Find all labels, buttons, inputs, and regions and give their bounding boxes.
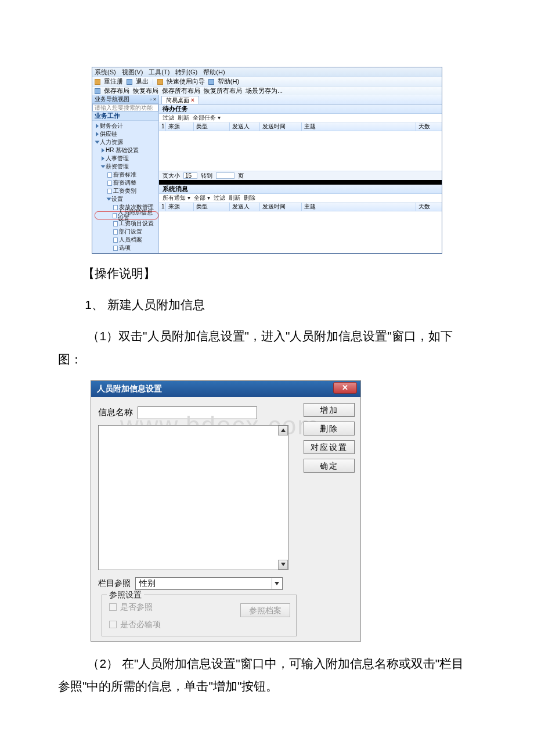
restore-all-layout-button[interactable]: 恢复所有布局 bbox=[204, 88, 242, 94]
msg-col-sendtime[interactable]: 发送时间 bbox=[260, 203, 302, 211]
tree-supplychain[interactable]: 供应链 bbox=[95, 130, 158, 138]
all-notify-dropdown[interactable]: 所有通知 ▾ bbox=[163, 195, 190, 201]
field-ref-value: 性别 bbox=[139, 578, 156, 589]
erp-main-window: 系统(S) 视图(V) 工具(T) 转到(G) 帮助(H) 重注册 退出 | 快… bbox=[92, 67, 442, 254]
col-subject[interactable]: 主题 bbox=[302, 123, 416, 131]
todo-grid-header: 1 来源 类型 发送人 发送时间 主题 天数 bbox=[159, 123, 442, 131]
all-tasks-dropdown[interactable]: 全部任务 ▾ bbox=[193, 115, 221, 121]
person-extra-info-dialog: 人员附加信息设置 ✕ www.bdocx.com 信息名称 增加 删除 对应设置… bbox=[91, 380, 361, 642]
msg-grid-body bbox=[159, 211, 442, 232]
col-source[interactable]: 来源 bbox=[166, 123, 194, 131]
pager-label: 页大小 bbox=[163, 173, 180, 179]
pager-goto-label: 转到 bbox=[201, 173, 212, 179]
text-op-heading: 【操作说明】 bbox=[58, 262, 476, 285]
refresh-button[interactable]: 刷新 bbox=[178, 115, 189, 121]
save-all-layout-button[interactable]: 保存所有布局 bbox=[162, 88, 200, 94]
tab-simple-desktop[interactable]: 简易桌面× bbox=[161, 96, 199, 104]
ref-settings-fieldset: 参照设置 是否参照 是否必输项 参照档案 bbox=[102, 595, 297, 636]
text-step-1-2: （2） 在"人员附加信息设置"窗口中，可输入附加信息名称或双击"栏目参照"中的所… bbox=[58, 652, 476, 699]
col-sendtime[interactable]: 发送时间 bbox=[260, 123, 302, 131]
menu-goto[interactable]: 转到(G) bbox=[175, 69, 197, 75]
tree-person-extra-info[interactable]: 人员附加信息设置 bbox=[95, 211, 158, 219]
main-area: 简易桌面× 待办任务 过滤 刷新 全部任务 ▾ 1 来源 类型 发送人 发送时间… bbox=[159, 95, 442, 253]
restore-layout-button[interactable]: 恢复布局 bbox=[133, 88, 158, 94]
msg-filter-button[interactable]: 过滤 bbox=[214, 195, 225, 201]
tree-options[interactable]: 选项 bbox=[95, 244, 158, 252]
msg-col-days[interactable]: 天数 bbox=[416, 203, 442, 211]
label-is-ref: 是否参照 bbox=[120, 602, 153, 613]
label-required: 是否必输项 bbox=[120, 620, 161, 630]
menu-view[interactable]: 视图(V) bbox=[122, 69, 143, 75]
relogin-icon bbox=[95, 79, 100, 85]
checkbox-is-ref[interactable] bbox=[109, 603, 117, 611]
add-button[interactable]: 增加 bbox=[304, 403, 355, 417]
scroll-down-button[interactable] bbox=[278, 560, 288, 570]
tree-salary-adjust[interactable]: 薪资调整 bbox=[95, 179, 158, 187]
text-step-1-1: （1）双击"人员附加信息设置"，进入"人员附加信息设置"窗口，如下图： bbox=[58, 325, 476, 371]
tree-finance[interactable]: 财务会计 bbox=[95, 122, 158, 130]
tree-hr-base[interactable]: HR 基础设置 bbox=[95, 146, 158, 154]
quick-wizard-button[interactable]: 快速使用向导 bbox=[167, 78, 205, 85]
msg-col-sender[interactable]: 发送人 bbox=[230, 203, 260, 211]
tree-salary-standard[interactable]: 薪资标准 bbox=[95, 171, 158, 179]
toolbar-layout: 保存布局 恢复布局 保存所有布局 恢复所有布局 场景另存为... bbox=[92, 86, 442, 95]
tree-salary[interactable]: 薪资管理 bbox=[95, 163, 158, 171]
search-input[interactable]: 请输入您要搜索的功能 bbox=[92, 104, 158, 111]
msg-grid-header: 1 来源 类型 发送人 发送时间 主题 天数 bbox=[159, 203, 442, 211]
relogin-button[interactable]: 重注册 bbox=[104, 78, 123, 85]
scene-saveas-button[interactable]: 场景另存为... bbox=[246, 88, 283, 94]
scroll-up-button[interactable] bbox=[278, 426, 288, 435]
menu-help[interactable]: 帮助(H) bbox=[203, 69, 225, 75]
close-icon[interactable]: × bbox=[191, 98, 194, 103]
col-days[interactable]: 天数 bbox=[416, 123, 442, 131]
menu-system[interactable]: 系统(S) bbox=[95, 69, 116, 75]
tree-hr[interactable]: 人力资源 bbox=[95, 138, 158, 146]
menu-bar: 系统(S) 视图(V) 工具(T) 转到(G) 帮助(H) bbox=[92, 67, 442, 77]
tree-wage-type[interactable]: 工资类别 bbox=[95, 187, 158, 195]
toolbar-primary: 重注册 退出 | 快速使用向导 帮助(H) bbox=[92, 77, 442, 86]
panel-msg-title: 系统消息 bbox=[159, 185, 442, 194]
panel-todo-title: 待办任务 bbox=[159, 105, 442, 114]
ref-archive-button[interactable]: 参照档案 bbox=[240, 603, 290, 617]
all-dropdown[interactable]: 全部 ▾ bbox=[194, 195, 210, 201]
checkbox-required[interactable] bbox=[109, 621, 117, 628]
tab-strip: 简易桌面× bbox=[159, 95, 442, 105]
todo-grid-body bbox=[159, 131, 442, 171]
tree-settings[interactable]: 设置 bbox=[95, 195, 158, 203]
tree-wage-item[interactable]: 工资项目设置 bbox=[95, 219, 158, 228]
delete-button[interactable]: 删除 bbox=[304, 422, 355, 435]
tree-hr-personnel[interactable]: 人事管理 bbox=[95, 154, 158, 163]
msg-delete-button[interactable]: 删除 bbox=[244, 195, 255, 201]
chevron-down-icon[interactable] bbox=[272, 578, 281, 589]
col-type[interactable]: 类型 bbox=[194, 123, 230, 131]
help-icon bbox=[208, 79, 214, 85]
col-sender[interactable]: 发送人 bbox=[230, 123, 260, 131]
ok-button[interactable]: 确定 bbox=[304, 459, 355, 473]
dialog-title-text: 人员附加信息设置 bbox=[97, 384, 162, 394]
page-size-input[interactable] bbox=[183, 172, 197, 179]
fieldset-legend: 参照设置 bbox=[107, 590, 144, 600]
menu-tools[interactable]: 工具(T) bbox=[149, 69, 169, 75]
info-name-input[interactable] bbox=[138, 406, 257, 419]
filter-button[interactable]: 过滤 bbox=[163, 115, 174, 121]
field-ref-select[interactable]: 性别 bbox=[135, 577, 283, 590]
save-layout-button[interactable]: 保存布局 bbox=[104, 88, 129, 94]
tree-dept-setting[interactable]: 部门设置 bbox=[95, 228, 158, 236]
tree-person-file[interactable]: 人员档案 bbox=[95, 236, 158, 244]
close-button[interactable]: ✕ bbox=[333, 382, 357, 394]
page-number-input[interactable] bbox=[216, 172, 234, 179]
help-button[interactable]: 帮助(H) bbox=[218, 78, 239, 85]
mapping-button[interactable]: 对应设置 bbox=[304, 440, 355, 454]
msg-refresh-button[interactable]: 刷新 bbox=[229, 195, 240, 201]
todo-pager: 页大小 转到 页 bbox=[159, 171, 442, 180]
pager-unit: 页 bbox=[238, 173, 244, 179]
msg-col-source[interactable]: 来源 bbox=[166, 203, 194, 211]
sidebar-title: 业务导航视图 ▫ × bbox=[92, 95, 158, 104]
msg-col-subject[interactable]: 主题 bbox=[302, 203, 416, 211]
nav-tree: 财务会计 供应链 人力资源 HR 基础设置 人事管理 薪资管理 薪资标准 薪资调… bbox=[92, 121, 158, 253]
exit-button[interactable]: 退出 bbox=[136, 78, 149, 85]
info-listbox[interactable] bbox=[98, 425, 288, 570]
save-layout-icon bbox=[95, 88, 100, 94]
msg-col-type[interactable]: 类型 bbox=[194, 203, 230, 211]
panel-msg-filter: 所有通知 ▾ 全部 ▾ 过滤 刷新 删除 bbox=[159, 194, 442, 203]
